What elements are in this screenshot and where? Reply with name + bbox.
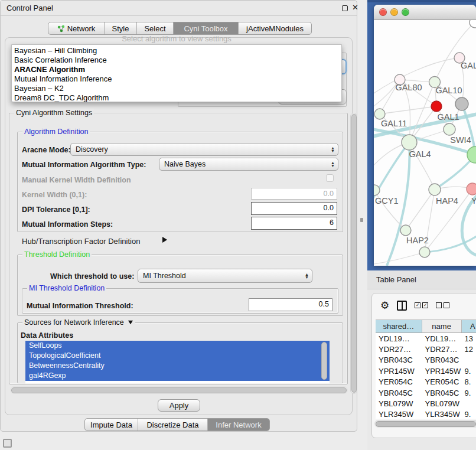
tab-cyni-toolbox[interactable]: Cyni Toolbox	[174, 22, 239, 34]
table-row[interactable]: YPR145WYPR145W9.	[376, 366, 476, 376]
table-row[interactable]: YBR045CYBR045C9.	[376, 387, 476, 398]
table-cell: YBR045C	[422, 389, 462, 397]
checked-boxes-icon[interactable]: ✓✓	[415, 302, 428, 308]
stepper-arrows-icon: ▲▼	[331, 161, 335, 167]
table-row[interactable]: YER054CYER054C8.	[376, 377, 476, 387]
close-traffic-light-icon[interactable]	[379, 8, 387, 16]
float-window-icon[interactable]	[342, 5, 348, 11]
settings-vertical-scrollbar-thumb[interactable]	[351, 114, 357, 393]
table-panel-title: Table Panel	[376, 275, 416, 284]
tab-label: Impute Data	[90, 420, 132, 429]
table-cell: 9.	[462, 367, 476, 376]
tab-impute-data[interactable]: Impute Data	[85, 419, 138, 431]
aracne-mode-combobox[interactable]: Discovery ▲▼	[70, 143, 338, 156]
control-panel-titlebar: Control Panel ✕	[1, 1, 357, 16]
mi-steps-field[interactable]: 6	[251, 217, 337, 230]
close-icon[interactable]: ✕	[352, 3, 358, 12]
attribute-item-gal4rgexp[interactable]: gal4RGexp	[25, 371, 330, 381]
network-window-titlebar[interactable]	[374, 5, 476, 20]
settings-horizontal-scrollbar-thumb[interactable]	[11, 387, 347, 393]
cyni-algorithm-settings-title: Cyni Algorithm Settings	[14, 109, 94, 117]
network-node-hap2[interactable]	[400, 225, 411, 236]
apply-button[interactable]: Apply	[158, 399, 200, 412]
network-edge[interactable]	[435, 22, 475, 82]
tab-discretize-data[interactable]: Discretize Data	[138, 419, 208, 431]
top-tab-bar: NetworkStyleSelectCyni ToolboxjActiveMNo…	[48, 22, 312, 35]
table-cell: 13	[462, 334, 476, 343]
node-table[interactable]: shared…nameAYDL19…YDL19…13YDR27…YDR27…12…	[376, 319, 476, 419]
tab-network[interactable]: Network	[48, 22, 105, 34]
table-panel-titlebar: Table Panel	[367, 270, 476, 289]
which-threshold-value: MI Threshold	[143, 272, 186, 280]
which-threshold-combobox[interactable]: MI Threshold ▲▼	[138, 269, 312, 283]
network-node-hap4[interactable]	[429, 184, 441, 195]
network-node-gal11[interactable]	[374, 109, 385, 119]
minimize-traffic-light-icon[interactable]	[390, 8, 398, 16]
table-row[interactable]: YLR345WYLR345W9.	[376, 409, 476, 419]
table-row[interactable]: YDR27…YDR27…12	[376, 344, 476, 354]
table-row[interactable]: YDL19…YDL19…13	[376, 333, 476, 344]
tab-label: Infer Network	[216, 420, 261, 429]
network-canvas[interactable]: GALGAL80GAL10GAL11SWI4GAL4GCY1HAP4YHAP2G…	[374, 20, 476, 266]
dpi-tolerance-field[interactable]: 0.0	[251, 202, 337, 215]
algorithm-option-basic-correlation-inference[interactable]: Basic Correlation Inference	[12, 56, 341, 65]
algorithm-option-bayesian-k2[interactable]: Bayesian – K2	[12, 84, 341, 93]
minimized-panel-icon[interactable]	[3, 439, 12, 448]
table-cell: YBR043C	[422, 356, 462, 364]
manual-kernel-checkbox[interactable]	[326, 174, 334, 182]
split-columns-icon[interactable]	[397, 301, 407, 311]
table-row[interactable]: YBL079WYBL079W	[376, 398, 476, 409]
algorithm-option-dream8-dc-tdc-algorithm[interactable]: Dream8 DC_TDC Algorithm	[12, 93, 341, 103]
tab-label: Style	[112, 24, 129, 33]
algorithm-option-mutual-information-inference[interactable]: Mutual Information Inference	[12, 74, 341, 84]
network-edge[interactable]	[374, 252, 425, 265]
column-header-a[interactable]: A	[462, 320, 476, 332]
network-node-swi4[interactable]	[444, 123, 455, 135]
table-cell: YPR145W	[376, 367, 422, 376]
network-edge[interactable]	[380, 106, 436, 114]
tab-select[interactable]: Select	[137, 22, 174, 34]
network-edge[interactable]	[406, 190, 435, 230]
network-node-y[interactable]	[467, 183, 476, 195]
data-attributes-list[interactable]: SelfLoopsTopologicalCoefficientBetweenne…	[25, 341, 330, 383]
gear-icon[interactable]: ⚙	[380, 299, 389, 312]
algorithm-option-aracne-algorithm[interactable]: ARACNE Algorithm	[12, 65, 341, 74]
network-node[interactable]	[419, 247, 430, 257]
tab-jactivemnodules[interactable]: jActiveMNodules	[239, 22, 311, 34]
attribute-item-selfloops[interactable]: SelfLoops	[25, 341, 330, 351]
tab-label: jActiveMNodules	[246, 24, 304, 33]
column-header-shared-[interactable]: shared…	[376, 320, 422, 332]
mi-type-label: Mutual Information Algorithm Type:	[22, 161, 146, 169]
tab-style[interactable]: Style	[105, 22, 137, 34]
mi-threshold-field[interactable]: 0.5	[249, 298, 332, 311]
network-node-gal4[interactable]	[402, 135, 417, 150]
zoom-traffic-light-icon[interactable]	[402, 8, 409, 16]
network-node[interactable]	[455, 97, 468, 110]
algorithm-combobox[interactable]: Select algorithm to view settings	[11, 34, 342, 44]
mi-type-combobox[interactable]: Naive Bayes ▲▼	[159, 158, 338, 171]
network-node[interactable]	[467, 146, 476, 163]
expand-arrow-icon[interactable]	[162, 237, 167, 243]
hub-definition-label[interactable]: Hub/Transcription Factor Definition	[22, 237, 140, 246]
column-header-name[interactable]: name	[422, 320, 462, 332]
attribute-item-topologicalcoefficient[interactable]: TopologicalCoefficient	[25, 351, 330, 361]
table-cell: 9.	[462, 410, 476, 419]
tab-label: Network	[67, 24, 96, 33]
table-cell: YDL19…	[376, 334, 422, 343]
mi-threshold-label: Mutual Information Threshold:	[27, 302, 133, 310]
network-edge[interactable]	[374, 142, 409, 203]
collapse-arrow-icon[interactable]	[128, 321, 133, 324]
kernel-width-field[interactable]: 0.0	[251, 188, 337, 200]
split-divider-handle[interactable]	[360, 218, 363, 222]
unchecked-boxes-icon[interactable]	[436, 302, 449, 308]
table-horizontal-scrollbar-thumb[interactable]	[376, 421, 476, 427]
tab-label: Select	[144, 24, 165, 33]
algorithm-dropdown-popup: Bayesian – Hill ClimbingBasic Correlatio…	[11, 44, 342, 102]
sources-title: Sources for Network Inference	[24, 318, 124, 327]
network-node[interactable]	[431, 101, 442, 112]
attribute-item-betweennesscentrality[interactable]: BetweennessCentrality	[25, 361, 330, 371]
attribute-list-scrollbar[interactable]	[321, 342, 327, 380]
table-row[interactable]: YBR043CYBR043C	[376, 355, 476, 366]
tab-infer-network[interactable]: Infer Network	[208, 419, 269, 431]
algorithm-option-bayesian-hill-climbing[interactable]: Bayesian – Hill Climbing	[12, 46, 341, 56]
